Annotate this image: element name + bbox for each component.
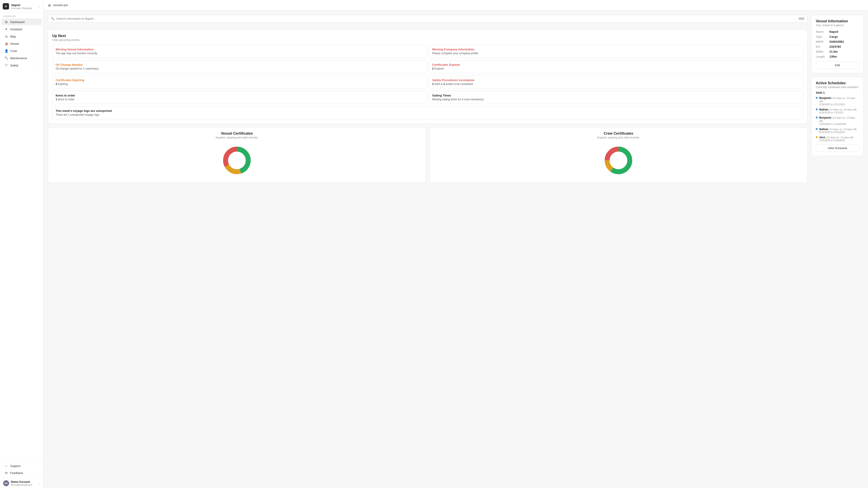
sidebar-item-label-dashboard: Dashboard	[10, 20, 39, 24]
vessel-certificates-card: Vessel Certificates Expired, expiring an…	[48, 127, 426, 183]
alert-title-missing-vessel: Missing Vessel Information	[56, 48, 423, 51]
vessel-icon: ⛵	[4, 42, 8, 45]
crew-item-2: Benjamin (14 days on, 14 days off) 11/5/…	[816, 116, 859, 125]
active-schedules-card: Active Schedules Currently scheduled cre…	[811, 77, 864, 156]
sidebar-item-label-maintenance: Maintenance	[10, 57, 36, 60]
alert-certs-expiring[interactable]: Certificates Expiring 2 Expiring	[52, 75, 427, 89]
footer-chevron-icon: ⌄	[38, 482, 40, 485]
info-row-type: Type Cargo	[816, 35, 859, 38]
view-schedule-button[interactable]: View Schedule	[816, 144, 859, 152]
search-bar: 🔍 ✕ ✕	[48, 15, 807, 22]
crew-item-1: Nathan (14 days on, 14 days off) 6/18/20…	[816, 108, 859, 114]
info-value-name: Napoli	[829, 30, 838, 33]
alert-sailing-times[interactable]: Sailing Times Missing sailing times for …	[429, 91, 803, 104]
vessel-info-title: Vessel Information	[816, 19, 859, 23]
alert-title-sailing-times: Sailing Times	[432, 94, 800, 97]
sidebar-item-support[interactable]: ○ Support	[1, 462, 42, 469]
assistant-icon: ✦	[4, 27, 8, 31]
topbar-icon: ▣	[48, 3, 51, 7]
vessel-avatar: N	[3, 3, 9, 9]
sidebar-item-feedback[interactable]: ✉ Feedback	[1, 469, 42, 476]
user-name: Demo Account	[11, 480, 36, 484]
alert-voyage-logs[interactable]: This week's voyage logs are unexported T…	[52, 106, 803, 119]
crew-schedule-3: (14 days on, 14 days off)	[829, 128, 857, 131]
sidebar-item-map[interactable]: ◎ Map	[1, 33, 42, 40]
search-input-wrap[interactable]: 🔍 ✕ ✕	[48, 15, 807, 22]
crew-details-1: Nathan (14 days on, 14 days off) 6/18/20…	[819, 108, 857, 114]
right-column: Vessel Information Your vessel at a glan…	[811, 15, 864, 484]
sidebar-item-label-assistant: Assistant	[10, 28, 39, 31]
info-value-width: 11.5m	[829, 50, 838, 53]
crew-cert-subtitle: Expired, expiring and valid records.	[597, 136, 640, 139]
sidebar-header[interactable]: N Napoli Vermaas Shipping ⌄	[0, 0, 43, 13]
crew-name-1: Nathan	[819, 108, 829, 111]
sidebar-item-assistant[interactable]: ✦ Assistant	[1, 26, 42, 33]
sidebar-vessel-name: Napoli	[11, 3, 36, 7]
info-row-name: Name Napoli	[816, 30, 859, 33]
topbar-title: vessels.pro	[53, 3, 68, 7]
chevron-icon: ⌄	[38, 5, 40, 8]
alert-desc-certs-expired: 2 Expired	[432, 67, 800, 70]
crew-cert-title: Crew Certificates	[604, 131, 633, 135]
alerts-grid: Missing Vessel Information The app may n…	[52, 45, 803, 119]
map-icon: ◎	[4, 35, 8, 38]
sidebar-item-vessel[interactable]: ⛵ Vessel ›	[1, 40, 42, 47]
feedback-icon: ✉	[4, 471, 8, 475]
alert-missing-vessel[interactable]: Missing Vessel Information The app may n…	[52, 45, 427, 58]
alert-missing-company[interactable]: Missing Company Information Please compl…	[429, 45, 803, 58]
info-value-mmsi: 244010081	[829, 40, 844, 43]
svg-point-3	[228, 152, 246, 169]
crew-name-3: Nathan	[819, 128, 829, 131]
alert-desc-oil-change: Oil change needed for 1 machine(s)	[56, 67, 423, 70]
edit-vessel-button[interactable]: Edit	[816, 61, 859, 69]
alert-title-missing-company: Missing Company Information	[432, 48, 800, 51]
alert-certs-expired[interactable]: Certificates Expired 2 Expired	[429, 60, 803, 73]
vessel-info-card: Vessel Information Your vessel at a glan…	[811, 15, 864, 73]
up-next-card: Up Next View upcoming events. Missing Ve…	[48, 30, 807, 124]
info-label-name: Name	[816, 30, 828, 33]
sidebar-item-label-support: Support	[10, 464, 39, 468]
crew-dot-4	[816, 136, 817, 138]
maintenance-arrow-icon: ›	[38, 57, 39, 59]
sidebar-item-dashboard[interactable]: ⊞ Dashboard	[1, 19, 42, 25]
alert-desc-missing-vessel: The app may not function correctly	[56, 52, 423, 55]
search-icon: 🔍	[51, 17, 55, 20]
alert-oil-change[interactable]: Oil Change Needed Oil change needed for …	[52, 60, 427, 73]
search-input[interactable]	[56, 17, 797, 20]
crew-dates-2: 11/5/2025 to 11/18/2025	[819, 123, 859, 125]
safety-icon: 🛡	[4, 64, 8, 67]
alert-desc-sailing-times: Missing sailing times for 4 crew member(…	[432, 98, 800, 101]
alert-desc-certs-expiring: 2 Expiring	[56, 83, 423, 86]
sidebar-item-label-feedback: Feedback	[10, 471, 39, 475]
user-email: demo@vessels.pro	[11, 484, 36, 486]
alert-desc-safety-procedures: 2 drills & 2 audits to be completed	[432, 83, 800, 86]
schedules-subtitle: Currently scheduled crew members	[816, 86, 859, 89]
vessel-donut-chart	[221, 144, 253, 176]
maintenance-icon: 🔧	[4, 56, 8, 60]
up-next-title: Up Next	[52, 34, 803, 38]
info-row-eni: Eni 2324784	[816, 45, 859, 48]
shift-label: Shift 1	[816, 91, 859, 94]
crew-details-4: Jess (14 days on, 14 days off) 1/15/2025…	[819, 135, 853, 142]
alert-items-order[interactable]: Items to order 1 items to order	[52, 91, 427, 104]
crew-name-4: Jess	[819, 136, 825, 139]
crew-details-2: Benjamin (14 days on, 14 days off) 11/5/…	[819, 116, 859, 125]
alert-safety-procedures[interactable]: Safety Procedures incomplete 2 drills & …	[429, 75, 803, 89]
vessel-info-subtitle: Your vessel at a glance.	[816, 24, 859, 27]
crew-details-3: Nathan (14 days on, 14 days off) 9/10/20…	[819, 127, 857, 133]
up-next-subtitle: View upcoming events.	[52, 38, 803, 41]
sidebar-item-safety[interactable]: 🛡 Safety ›	[1, 62, 42, 69]
alert-title-safety-procedures: Safety Procedures incomplete	[432, 78, 800, 82]
crew-dot-3	[816, 128, 817, 130]
crew-dates-4: 1/15/2025 to 1/28/2025	[819, 139, 853, 142]
sidebar-footer[interactable]: DA Demo Account demo@vessels.pro ⌄	[0, 478, 43, 488]
sidebar-item-maintenance[interactable]: 🔧 Maintenance ›	[1, 55, 42, 61]
vessel-cert-title: Vessel Certificates	[221, 131, 253, 135]
crew-certificates-card: Crew Certificates Expired, expiring and …	[430, 127, 807, 183]
sidebar-company-name: Vermaas Shipping	[11, 7, 36, 9]
sidebar-item-crew[interactable]: 👤 Crew ›	[1, 47, 42, 54]
crew-name-0: Benjamin	[819, 96, 831, 100]
crew-donut-chart	[602, 144, 634, 176]
search-clear-button[interactable]: ✕ ✕	[798, 17, 804, 20]
sidebar-vessel-info: Napoli Vermaas Shipping	[11, 3, 36, 9]
